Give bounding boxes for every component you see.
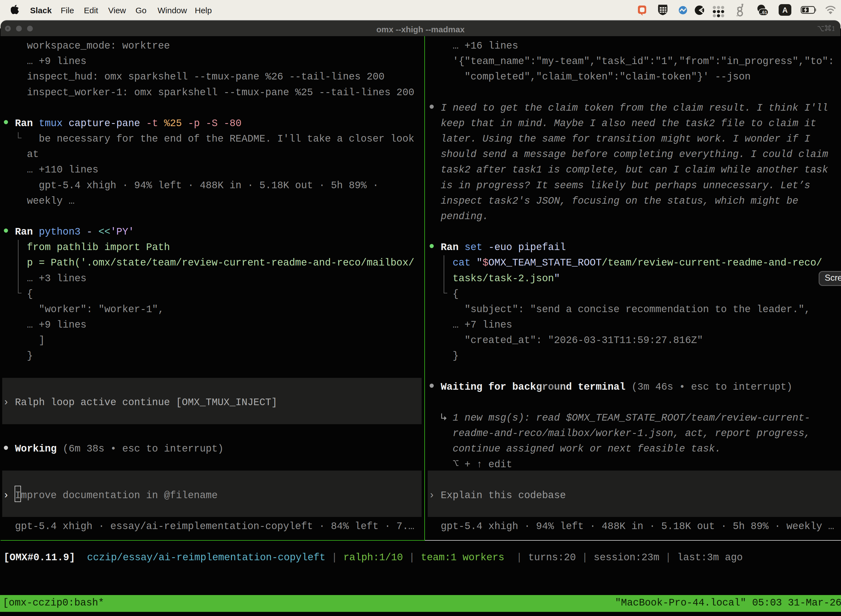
svg-text:1: 1 <box>832 25 834 32</box>
svg-text:A: A <box>782 6 788 14</box>
svg-text:..61: ..61 <box>760 10 767 15</box>
